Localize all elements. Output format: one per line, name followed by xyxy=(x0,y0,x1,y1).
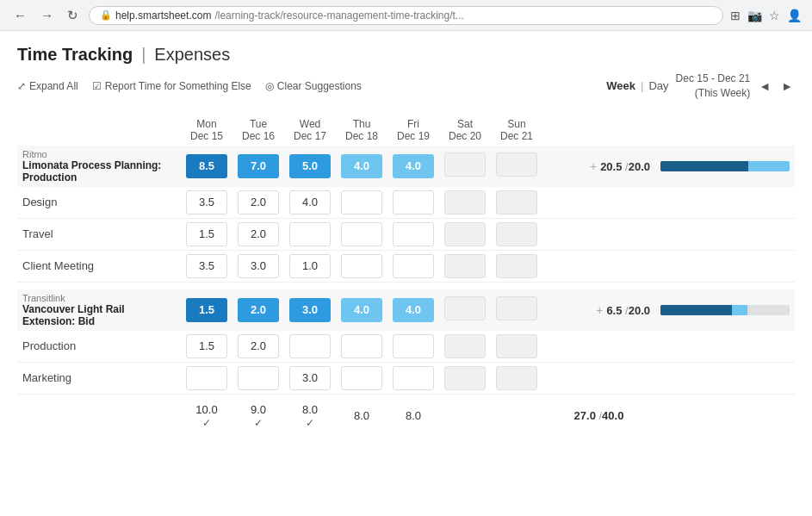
task-hour-1-0-5[interactable] xyxy=(439,331,491,363)
task-hour-0-2-3[interactable] xyxy=(336,250,387,282)
grand-total-value: 27.0 xyxy=(574,409,596,422)
grid-icon[interactable]: ⊞ xyxy=(730,9,741,22)
day-view-label[interactable]: Day xyxy=(648,79,668,92)
expand-all-label: Expand All xyxy=(29,80,78,92)
prev-week-button[interactable]: ◄ xyxy=(757,78,772,95)
time-input[interactable] xyxy=(444,190,486,214)
back-button[interactable]: ← xyxy=(10,6,30,24)
task-hour-0-1-4[interactable] xyxy=(387,218,439,250)
time-input[interactable] xyxy=(289,334,331,358)
next-week-button[interactable]: ► xyxy=(779,78,795,95)
time-input[interactable] xyxy=(496,334,537,358)
task-hour-0-2-6[interactable] xyxy=(491,250,542,282)
time-input[interactable] xyxy=(341,366,382,390)
task-hour-1-0-0[interactable] xyxy=(181,331,232,363)
daily-total-value: 8.0 xyxy=(354,409,369,422)
expand-all-button[interactable]: ⤢ Expand All xyxy=(17,80,78,92)
task-hour-1-1-6[interactable] xyxy=(491,362,542,394)
task-hour-0-1-2[interactable] xyxy=(284,218,336,250)
time-input[interactable] xyxy=(238,366,279,390)
task-hour-1-0-4[interactable] xyxy=(387,331,439,363)
task-hour-1-0-2[interactable] xyxy=(284,331,336,363)
time-input[interactable] xyxy=(289,366,331,390)
task-hour-0-0-1[interactable] xyxy=(232,187,284,219)
task-hour-1-0-6[interactable] xyxy=(491,331,542,363)
time-input[interactable] xyxy=(341,222,382,246)
task-hour-0-0-0[interactable] xyxy=(181,187,232,219)
name-column-header xyxy=(17,115,181,146)
time-input[interactable] xyxy=(444,334,486,358)
task-hour-1-1-4[interactable] xyxy=(387,362,439,394)
time-input[interactable] xyxy=(393,254,434,278)
task-hour-1-1-2[interactable] xyxy=(284,362,336,394)
time-input[interactable] xyxy=(186,254,227,278)
task-hour-1-0-3[interactable] xyxy=(336,331,387,363)
task-hour-0-0-6[interactable] xyxy=(491,187,542,219)
address-bar[interactable]: 🔒 help.smartsheet.com /learning-track/re… xyxy=(89,6,723,25)
task-hour-1-1-5[interactable] xyxy=(439,362,491,394)
task-hour-0-2-4[interactable] xyxy=(387,250,439,282)
task-hour-0-2-2[interactable] xyxy=(284,250,336,282)
task-hour-1-0-1[interactable] xyxy=(232,331,284,363)
time-input[interactable] xyxy=(238,254,279,278)
task-hour-0-1-3[interactable] xyxy=(336,218,387,250)
task-hour-1-1-0[interactable] xyxy=(181,362,232,394)
time-input[interactable] xyxy=(393,334,434,358)
time-input[interactable] xyxy=(341,190,382,214)
time-input[interactable] xyxy=(238,222,279,246)
time-input[interactable] xyxy=(393,190,434,214)
time-input[interactable] xyxy=(341,334,382,358)
task-hour-0-1-1[interactable] xyxy=(232,218,284,250)
daily-total-value: 8.0 xyxy=(406,409,421,422)
profile-icon[interactable]: 👤 xyxy=(787,9,802,22)
time-input[interactable] xyxy=(496,366,537,390)
forward-button[interactable]: → xyxy=(37,6,57,24)
task-hour-0-1-6[interactable] xyxy=(491,218,542,250)
task-hour-0-0-4[interactable] xyxy=(387,187,439,219)
spacer-row-0 xyxy=(17,282,795,289)
lock-icon: 🔒 xyxy=(100,9,112,21)
task-hour-0-2-0[interactable] xyxy=(181,250,232,282)
task-hour-0-0-5[interactable] xyxy=(439,187,491,219)
bookmark-icon[interactable]: ☆ xyxy=(769,9,780,22)
time-input[interactable] xyxy=(444,366,486,390)
time-input[interactable] xyxy=(393,366,434,390)
time-input[interactable] xyxy=(393,222,434,246)
task-hour-0-2-1[interactable] xyxy=(232,250,284,282)
task-hour-1-1-1[interactable] xyxy=(232,362,284,394)
task-hour-0-2-5[interactable] xyxy=(439,250,491,282)
time-input[interactable] xyxy=(289,254,331,278)
time-input[interactable] xyxy=(289,190,331,214)
report-time-button[interactable]: ☑ Report Time for Something Else xyxy=(92,80,251,92)
time-input[interactable] xyxy=(186,190,227,214)
time-input[interactable] xyxy=(289,222,331,246)
reload-button[interactable]: ↻ xyxy=(64,6,82,25)
clear-suggestions-button[interactable]: ◎ Clear Suggestions xyxy=(265,80,362,92)
time-input[interactable] xyxy=(444,222,486,246)
time-input[interactable] xyxy=(186,222,227,246)
task-hour-0-0-2[interactable] xyxy=(284,187,336,219)
add-button-1[interactable]: + xyxy=(596,303,603,317)
time-input[interactable] xyxy=(238,334,279,358)
time-input[interactable] xyxy=(186,334,227,358)
grand-total-cell: 27.0 /40.0 xyxy=(542,394,655,432)
time-input[interactable] xyxy=(238,190,279,214)
week-view-label[interactable]: Week xyxy=(606,79,635,92)
task-hour-0-1-5[interactable] xyxy=(439,218,491,250)
add-button-0[interactable]: + xyxy=(590,159,597,173)
url-path: /learning-track/resource-management-time… xyxy=(214,9,463,22)
time-input[interactable] xyxy=(496,222,537,246)
task-name-1-0: Production xyxy=(17,331,181,363)
time-input[interactable] xyxy=(496,190,537,214)
task-row-1-1: Marketing xyxy=(17,362,795,394)
task-hour-1-1-3[interactable] xyxy=(336,362,387,394)
time-input[interactable] xyxy=(341,254,382,278)
time-input[interactable] xyxy=(496,254,537,278)
task-hour-0-1-0[interactable] xyxy=(181,218,232,250)
time-input[interactable] xyxy=(186,366,227,390)
project-hour-1-6 xyxy=(491,289,542,331)
task-progress-empty-1-1 xyxy=(655,362,795,394)
time-input[interactable] xyxy=(444,254,486,278)
project-total-0: +20.5 /20.0 xyxy=(542,146,655,187)
task-hour-0-0-3[interactable] xyxy=(336,187,387,219)
